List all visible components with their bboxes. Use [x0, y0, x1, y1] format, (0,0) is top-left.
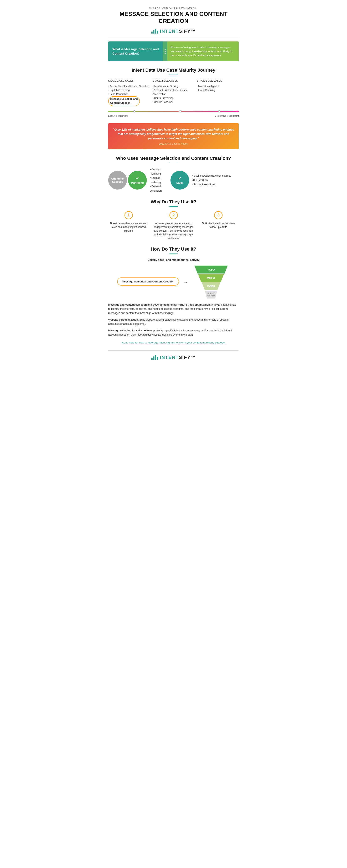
who-uses-divider [169, 163, 178, 163]
stage3-list: Market Intelligence Event Planning [197, 84, 239, 92]
stage2-list: Lead/Account Scoring Account Prioritizat… [152, 84, 195, 104]
desc-2: Website personalization: Build website l… [108, 318, 239, 326]
progress-label-left: Easiest to implement [108, 115, 128, 117]
bar3 [155, 29, 156, 34]
marketing-feature-1: Content marketing [150, 167, 166, 176]
customer-layer: Customer Investees [203, 290, 219, 299]
desc-3: Message selection for sales follow-up: A… [108, 329, 239, 337]
marketing-content: ✓ Marketing [131, 176, 144, 184]
marketing-label: Marketing [131, 181, 144, 184]
funnel-label-box: Message Selection and Content Creation [117, 277, 179, 286]
why-bold-1: Boost [110, 222, 117, 225]
how-divider [169, 253, 178, 254]
stage1-item-3: Lead Generation [108, 92, 150, 96]
footer-bar3 [155, 355, 156, 360]
footer-logo-colored: INTENT [160, 355, 179, 360]
sales-content: ✓ Sales [176, 176, 183, 184]
desc-1-bold: Message and content selection and develo… [108, 303, 210, 306]
mofu-layer: MOFU [196, 274, 226, 282]
stage2-header: STAGE 2 USE CASES [152, 80, 195, 82]
funnel-layer-1: TOFU [192, 266, 230, 274]
footer-bar4 [157, 357, 158, 360]
footer-bar1 [151, 358, 152, 360]
bar1 [151, 31, 152, 34]
progress-arrow-icon [237, 110, 239, 113]
why-number-1: 1 [125, 211, 133, 219]
why-cards: 1 Boost demand-funnel conversion rates a… [108, 211, 239, 240]
divider-1 [108, 38, 239, 38]
progress-dot-3 [218, 111, 220, 113]
logo-bars-icon [151, 29, 158, 34]
how-title: How Do They Use It? [108, 246, 239, 252]
logo-top: INTENTSIFY™ [108, 29, 239, 34]
footer-logo-text: INTENTSIFY™ [160, 355, 196, 360]
sales-label: Sales [176, 181, 183, 184]
who-uses-title: Who Uses Message Selection and Content C… [108, 156, 239, 161]
why-text-2: Improve prospect experience and engageme… [153, 221, 194, 240]
funnel-label-area: Message Selection and Content Creation [117, 277, 179, 287]
svg-text:MOFU: MOFU [207, 276, 215, 280]
progress-labels: Easiest to implement Most difficult to i… [108, 115, 239, 117]
funnel-arrow-icon: → [183, 279, 188, 285]
funnel-layer-2: MOFU [196, 274, 226, 282]
why-text-3: Optimize the efficacy of sales follow-up… [198, 221, 239, 229]
stage1-item-1: Account Identification and Selection [108, 84, 150, 88]
stage1-sublabel: USE CASES [119, 80, 134, 82]
progress-bar [108, 110, 239, 114]
marketing-circle: ✓ Marketing [128, 171, 147, 190]
stage3-column: STAGE 3 USE CASES Market Intelligence Ev… [197, 80, 239, 106]
svg-marker-6 [205, 290, 217, 299]
why-text-1: Boost demand-funnel conversion rates and… [108, 221, 149, 233]
dot-1 [165, 49, 166, 50]
footer-logo-bars-icon [151, 355, 158, 360]
stage2-item-3: Churn Prevention [152, 96, 195, 100]
customer-success-label: CustomerSuccess [111, 177, 124, 183]
quote-source[interactable]: 2021 CMO Council Report [112, 142, 235, 145]
stage2-sublabel: USE CASES [163, 80, 178, 82]
why-bold-3: Optimize [202, 222, 212, 225]
how-subtitle: Usually a top- and middle-funnel activit… [108, 258, 239, 261]
stage3-item-1: Market Intelligence [197, 84, 239, 88]
stage1-label: STAGE 1 [108, 80, 119, 82]
stage2-label: STAGE 2 [152, 80, 163, 82]
desc-3-bold: Message selection for sales follow-up [108, 329, 155, 332]
maturity-title: Intent Data Use Case Maturity Journey [108, 67, 239, 73]
svg-text:TOFU: TOFU [207, 268, 215, 271]
why-card-3: 3 Optimize the efficacy of sales follow-… [198, 211, 239, 240]
customer-success-group: CustomerSuccess [108, 171, 127, 190]
why-card-2: 2 Improve prospect experience and engage… [153, 211, 194, 240]
why-number-3: 3 [214, 211, 222, 219]
svg-text:Customer: Customer [207, 292, 215, 294]
quote-text: "Only 12% of marketers believe they have… [112, 127, 235, 141]
customer-success-circle: CustomerSuccess [108, 171, 127, 190]
footer-bar2 [153, 356, 154, 360]
sales-feature-1: Business/sales development reps (BDRs/SD… [192, 174, 236, 182]
marketing-feature-2: Product marketing [150, 176, 166, 184]
quote-box: "Only 12% of marketers believe they have… [108, 123, 239, 149]
why-number-2: 2 [169, 211, 178, 219]
maturity-divider [169, 74, 178, 75]
progress-label-right: Most difficult to implement [215, 115, 239, 117]
description-section: Message and content selection and develo… [108, 303, 239, 337]
cta-link[interactable]: Read here for how to leverage intent sig… [108, 341, 239, 344]
why-bold-2: Improve [155, 222, 165, 225]
svg-text:BOFU: BOFU [207, 285, 215, 288]
stage3-label: STAGE 3 [197, 80, 207, 82]
stage3-item-2: Event Planning [197, 88, 239, 92]
stage1-column: STAGE 1 USE CASES Account Identification… [108, 80, 150, 106]
how-section: How Do They Use It? Usually a top- and m… [108, 246, 239, 344]
bar2 [153, 30, 154, 34]
sales-group: ✓ Sales Business/sales development reps … [171, 171, 239, 190]
marketing-features: Content marketing Product marketing Dema… [147, 167, 169, 193]
progress-dot-1 [133, 111, 135, 113]
circles-and-features: CustomerSuccess ✓ Marketing Content mark… [108, 167, 239, 193]
marketing-group: ✓ Marketing Content marketing Product ma… [128, 167, 169, 193]
circled-item: Message Selection andContent Creation [108, 96, 140, 106]
header-title: MESSAGE SELECTION AND CONTENT CREATION [108, 10, 239, 24]
sales-features: Business/sales development reps (BDRs/SD… [189, 174, 239, 186]
logo-text: INTENTSIFY™ [160, 29, 196, 34]
sales-feature-2: Account executives [192, 182, 236, 186]
stage3-sublabel: USE CASES [207, 80, 222, 82]
why-section: Why Do They Use It? 1 Boost demand-funne… [108, 199, 239, 240]
svg-text:Investees: Investees [207, 295, 215, 297]
